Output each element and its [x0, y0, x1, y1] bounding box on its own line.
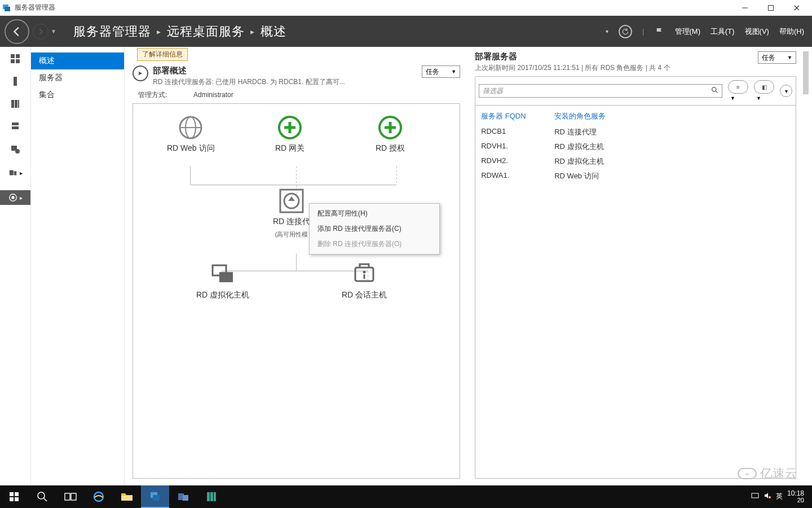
node-rd-web-access[interactable]: RD Web 访问: [167, 115, 215, 154]
table-row[interactable]: RDVH1.RD 虚拟化主机: [475, 139, 796, 154]
window-title: 服务器管理器: [15, 3, 55, 12]
servers-table: 服务器 FQDN 安装的角色服务 RDCB1RD 连接代理 RDVH1.RD 虚…: [475, 105, 796, 479]
menu-view[interactable]: 视图(V): [745, 27, 769, 37]
menu-tools[interactable]: 工具(T): [710, 27, 735, 37]
filter-save-button[interactable]: ◧▼: [754, 80, 774, 102]
filter-input[interactable]: 筛选器: [479, 84, 722, 98]
info-banner[interactable]: 了解详细信息: [137, 48, 188, 61]
breadcrumb-root[interactable]: 服务器管理器: [73, 23, 151, 40]
tray-volume-icon[interactable]: [764, 492, 771, 501]
nav-item-collections[interactable]: 集合: [31, 86, 124, 103]
svg-point-17: [15, 149, 20, 154]
nav-list: 概述 服务器 集合: [31, 47, 125, 485]
chevron-down-icon: ▾: [785, 88, 788, 94]
col-header-role[interactable]: 安装的角色服务: [554, 111, 606, 121]
watermark-text: 亿速云: [760, 465, 797, 482]
minimize-button[interactable]: [732, 0, 758, 16]
tray-icon[interactable]: [751, 492, 759, 501]
breadcrumb-mid[interactable]: 远程桌面服务: [167, 23, 245, 40]
table-row[interactable]: RDVH2.RD 虚拟化主机: [475, 154, 796, 169]
menu-item-configure-ha[interactable]: 配置高可用性(H): [310, 206, 439, 221]
svg-rect-12: [15, 100, 17, 108]
deployment-overview-subtitle: RD 连接代理服务器: 已使用 HARDCB. 为 RDCB1. 配置了高可..…: [153, 77, 345, 87]
node-label: RD 会话主机: [342, 290, 387, 300]
header-dropdown-icon[interactable]: ▾: [606, 28, 608, 34]
nav-back-button[interactable]: [5, 19, 29, 44]
scrollbar[interactable]: [802, 47, 810, 485]
overview-collapse-icon[interactable]: [133, 65, 148, 81]
node-rd-licensing[interactable]: RD 授权: [376, 115, 405, 154]
task-view-icon[interactable]: [56, 485, 85, 508]
svg-rect-8: [11, 59, 15, 63]
node-rd-gateway[interactable]: RD 网关: [275, 115, 304, 154]
taskbar-server-manager-icon[interactable]: [141, 485, 169, 508]
start-button[interactable]: [0, 485, 28, 508]
node-rd-connection-broker[interactable]: RD 连接代 (高可用性模: [273, 189, 310, 239]
svg-rect-63: [210, 492, 213, 501]
taskbar-app-icon[interactable]: [197, 485, 226, 508]
refresh-icon[interactable]: [619, 25, 632, 38]
table-row[interactable]: RDWA1.RD Web 访问: [475, 169, 796, 183]
rail-all-servers-icon[interactable]: [9, 98, 21, 110]
node-label: RD 授权: [376, 143, 405, 154]
content-area: 了解详细信息 部署概述 RD 连接代理服务器: 已使用 HARDCB. 为 RD…: [125, 47, 812, 485]
svg-rect-57: [121, 496, 133, 501]
col-header-fqdn[interactable]: 服务器 FQDN: [481, 111, 554, 121]
filter-view-button[interactable]: ≡▼: [728, 80, 748, 102]
tasks-label: 任务: [426, 67, 439, 77]
deployment-overview-title: 部署概述: [153, 65, 345, 76]
taskbar-ie-icon[interactable]: [85, 485, 113, 508]
taskbar-explorer-icon[interactable]: [113, 485, 141, 508]
nav-item-servers[interactable]: 服务器: [31, 69, 124, 86]
breadcrumb-leaf[interactable]: 概述: [261, 23, 286, 40]
virtualization-host-icon: [210, 262, 235, 287]
table-row[interactable]: RDCB1RD 连接代理: [475, 125, 796, 139]
taskbar-search-icon[interactable]: [28, 485, 56, 508]
tray-clock[interactable]: 10:18: [787, 490, 804, 497]
svg-rect-11: [11, 100, 14, 108]
svg-rect-55: [71, 493, 76, 500]
rail-file-services-icon[interactable]: [9, 120, 21, 133]
overview-tasks-button[interactable]: 任务▼: [422, 65, 460, 78]
rail-local-server-icon[interactable]: [9, 75, 21, 87]
flag-icon[interactable]: [655, 27, 665, 37]
broker-icon: [279, 189, 304, 213]
taskbar-app-icon[interactable]: [169, 485, 197, 508]
nav-dropdown-icon[interactable]: ▼: [51, 28, 56, 34]
nav-item-overview[interactable]: 概述: [31, 52, 124, 69]
svg-rect-14: [12, 122, 19, 125]
managed-as-value: Administrator: [193, 91, 233, 99]
node-rd-virtualization-host[interactable]: RD 虚拟化主机: [196, 262, 249, 300]
session-host-icon: [352, 262, 377, 287]
menu-help[interactable]: 帮助(H): [779, 27, 804, 37]
managed-as-label: 管理方式:: [138, 91, 167, 99]
svg-rect-42: [219, 272, 233, 282]
tray-date: 20: [787, 497, 804, 504]
app-icon: [2, 3, 11, 12]
svg-rect-50: [10, 497, 14, 501]
svg-rect-51: [15, 497, 19, 501]
taskbar: 英 10:18 20: [0, 485, 812, 508]
svg-rect-62: [207, 492, 210, 501]
deployment-servers-subtitle: 上次刷新时间 2017/10/25 11:21:51 | 所有 RDS 角色服务…: [475, 63, 758, 73]
rail-dashboard-icon[interactable]: [9, 52, 21, 65]
rail-rds-icon[interactable]: ▸: [0, 190, 30, 205]
node-label: RD Web 访问: [167, 143, 215, 154]
rail-hyperv-icon[interactable]: [9, 143, 21, 155]
servers-tasks-button[interactable]: 任务▼: [758, 51, 796, 64]
deployment-diagram: RD Web 访问 RD 网关 RD 授权 RD 连接代 (高可用性模: [133, 103, 460, 479]
menu-item-add-cb[interactable]: 添加 RD 连接代理服务器(C): [310, 221, 439, 237]
close-button[interactable]: [784, 0, 810, 16]
svg-rect-49: [15, 492, 19, 496]
nav-forward-button[interactable]: [33, 24, 48, 40]
svg-rect-61: [183, 495, 188, 501]
node-subnote: (高可用性模: [275, 230, 308, 239]
node-rd-session-host[interactable]: RD 会话主机: [342, 262, 387, 300]
expand-button[interactable]: ▾: [780, 85, 792, 97]
tray-ime[interactable]: 英: [776, 492, 783, 501]
menu-manage[interactable]: 管理(M): [675, 27, 701, 37]
maximize-button[interactable]: [758, 0, 784, 16]
globe-icon: [178, 115, 203, 140]
breadcrumb: 服务器管理器 ▸ 远程桌面服务 ▸ 概述: [73, 23, 286, 40]
rail-item-expandable[interactable]: ▸: [0, 165, 30, 180]
